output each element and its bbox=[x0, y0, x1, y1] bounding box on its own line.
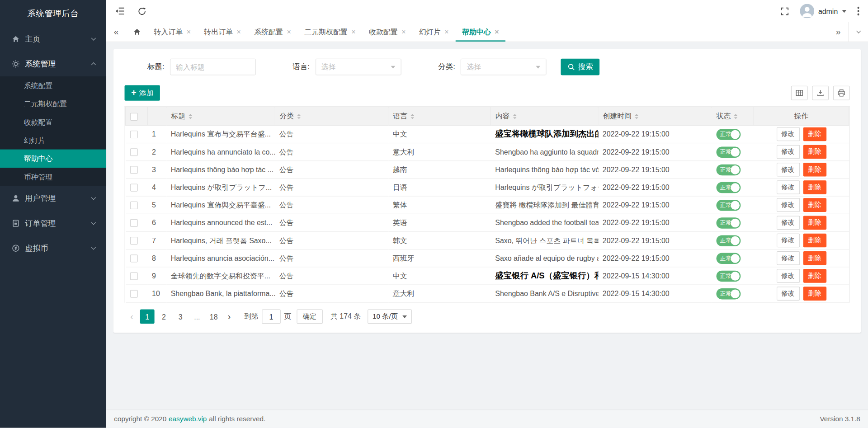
row-checkbox[interactable] bbox=[130, 131, 137, 138]
edit-button[interactable]: 修改 bbox=[776, 127, 799, 141]
tab-item[interactable]: 系统配置× bbox=[248, 22, 298, 42]
tab-close-icon[interactable]: × bbox=[287, 28, 291, 35]
export-icon[interactable] bbox=[812, 86, 829, 100]
column-header-title[interactable]: 标题 bbox=[166, 107, 275, 125]
column-header-created[interactable]: 创建时间 bbox=[598, 107, 712, 125]
sidebar-subitem-slideshow[interactable]: 幻灯片 bbox=[0, 131, 106, 149]
goto-page-input[interactable] bbox=[262, 309, 281, 324]
sort-icon[interactable] bbox=[411, 114, 414, 119]
print-icon[interactable] bbox=[833, 86, 850, 100]
sort-icon[interactable] bbox=[513, 114, 516, 119]
sidebar-item-user-management[interactable]: 用户管理 bbox=[0, 186, 106, 211]
status-toggle[interactable]: 正常 bbox=[716, 288, 741, 299]
status-toggle[interactable]: 正常 bbox=[716, 235, 741, 246]
edit-button[interactable]: 修改 bbox=[776, 269, 799, 283]
delete-button[interactable]: 删除 bbox=[803, 234, 826, 248]
tab-close-icon[interactable]: × bbox=[187, 28, 191, 35]
status-toggle[interactable]: 正常 bbox=[716, 199, 741, 210]
delete-button[interactable]: 删除 bbox=[803, 127, 826, 141]
edit-button[interactable]: 修改 bbox=[776, 287, 799, 301]
user-menu[interactable]: admin bbox=[800, 4, 846, 19]
status-toggle[interactable]: 正常 bbox=[716, 217, 741, 228]
columns-icon[interactable] bbox=[791, 86, 808, 100]
select-all-checkbox[interactable] bbox=[130, 113, 138, 121]
row-checkbox[interactable] bbox=[130, 219, 137, 227]
add-button[interactable]: + 添加 bbox=[125, 85, 160, 101]
delete-button[interactable]: 删除 bbox=[803, 287, 826, 301]
row-checkbox[interactable] bbox=[130, 149, 137, 156]
sort-icon[interactable] bbox=[734, 114, 737, 119]
tabs-menu-button[interactable] bbox=[848, 22, 868, 42]
page-number[interactable]: 1 bbox=[140, 309, 155, 324]
fullscreen-icon[interactable] bbox=[781, 7, 789, 15]
sidebar-item-order-management[interactable]: 订单管理 bbox=[0, 211, 106, 236]
sidebar-item-home[interactable]: 主页 bbox=[0, 27, 106, 52]
tab-close-icon[interactable]: × bbox=[495, 28, 499, 35]
page-number[interactable]: 3 bbox=[173, 309, 188, 324]
refresh-icon[interactable] bbox=[138, 7, 146, 15]
delete-button[interactable]: 删除 bbox=[803, 163, 826, 177]
more-menu-icon[interactable] bbox=[857, 7, 859, 15]
sidebar-subitem-system-config[interactable]: 系统配置 bbox=[0, 76, 106, 94]
edit-button[interactable]: 修改 bbox=[776, 163, 799, 177]
status-toggle[interactable]: 正常 bbox=[716, 270, 741, 281]
row-checkbox[interactable] bbox=[130, 255, 137, 263]
category-select[interactable]: 选择 bbox=[461, 59, 547, 75]
sort-icon[interactable] bbox=[297, 114, 301, 119]
sidebar-subitem-binary-options-config[interactable]: 二元期权配置 bbox=[0, 94, 106, 113]
tab-item[interactable]: 转出订单× bbox=[198, 22, 248, 42]
sort-icon[interactable] bbox=[635, 114, 638, 119]
sidebar-item-system-management[interactable]: 系统管理 bbox=[0, 52, 106, 76]
tab-close-icon[interactable]: × bbox=[444, 28, 448, 35]
status-toggle[interactable]: 正常 bbox=[716, 164, 741, 175]
delete-button[interactable]: 删除 bbox=[803, 216, 826, 230]
sidebar-subitem-payment-config[interactable]: 收款配置 bbox=[0, 113, 106, 131]
column-header-category[interactable]: 分类 bbox=[275, 107, 388, 125]
delete-button[interactable]: 删除 bbox=[803, 269, 826, 283]
column-header-content[interactable]: 内容 bbox=[491, 107, 599, 125]
row-checkbox[interactable] bbox=[130, 290, 137, 298]
column-header-status[interactable]: 状态 bbox=[712, 107, 754, 125]
page-number[interactable]: 2 bbox=[157, 309, 171, 324]
search-button[interactable]: 搜索 bbox=[561, 59, 600, 75]
tab-close-icon[interactable]: × bbox=[401, 28, 406, 35]
edit-button[interactable]: 修改 bbox=[776, 145, 799, 159]
tab-item[interactable]: 收款配置× bbox=[362, 22, 412, 42]
row-checkbox[interactable] bbox=[130, 237, 137, 245]
sidebar-item-virtual-currency[interactable]: 虚拟币 bbox=[0, 236, 106, 261]
edit-button[interactable]: 修改 bbox=[776, 180, 799, 194]
page-number[interactable]: 18 bbox=[207, 309, 221, 324]
prev-page-button[interactable]: ‹ bbox=[125, 309, 139, 324]
edit-button[interactable]: 修改 bbox=[776, 234, 799, 248]
delete-button[interactable]: 删除 bbox=[803, 251, 826, 265]
goto-confirm-button[interactable]: 确定 bbox=[297, 309, 323, 324]
status-toggle[interactable]: 正常 bbox=[716, 146, 741, 157]
edit-button[interactable]: 修改 bbox=[776, 251, 799, 265]
tab-close-icon[interactable]: × bbox=[351, 28, 355, 35]
sidebar-subitem-currency-management[interactable]: 币种管理 bbox=[0, 168, 106, 186]
row-checkbox[interactable] bbox=[130, 184, 137, 192]
tab-home[interactable] bbox=[126, 22, 147, 42]
tab-item[interactable]: 帮助中心× bbox=[455, 22, 505, 42]
title-input[interactable] bbox=[170, 59, 256, 75]
row-checkbox[interactable] bbox=[130, 166, 137, 174]
collapse-sidebar-icon[interactable] bbox=[115, 7, 125, 15]
column-header-language[interactable]: 语言 bbox=[388, 107, 491, 125]
status-toggle[interactable]: 正常 bbox=[716, 182, 741, 193]
row-checkbox[interactable] bbox=[130, 202, 137, 209]
delete-button[interactable]: 删除 bbox=[803, 198, 826, 212]
tabs-scroll-right-button[interactable]: » bbox=[828, 22, 848, 42]
delete-button[interactable]: 删除 bbox=[803, 180, 826, 194]
edit-button[interactable]: 修改 bbox=[776, 216, 799, 230]
status-toggle[interactable]: 正常 bbox=[716, 253, 741, 263]
status-toggle[interactable]: 正常 bbox=[716, 129, 741, 140]
next-page-button[interactable]: › bbox=[222, 309, 236, 324]
edit-button[interactable]: 修改 bbox=[776, 198, 799, 212]
tab-close-icon[interactable]: × bbox=[237, 28, 241, 35]
row-checkbox[interactable] bbox=[130, 273, 137, 280]
language-select[interactable]: 选择 bbox=[315, 59, 401, 75]
sort-icon[interactable] bbox=[189, 114, 192, 119]
tab-item[interactable]: 幻灯片× bbox=[412, 22, 455, 42]
delete-button[interactable]: 删除 bbox=[803, 145, 826, 159]
tab-item[interactable]: 转入订单× bbox=[147, 22, 198, 42]
